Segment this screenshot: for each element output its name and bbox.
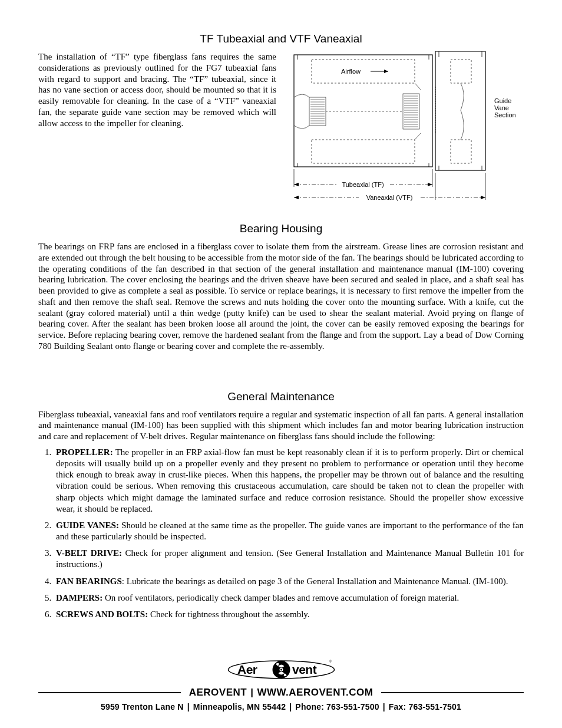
- footer-rule-left: [38, 692, 181, 693]
- tubeaxial-dim-label: Tubeaxial (TF): [342, 181, 384, 188]
- section-title-maintenance: General Maintenance: [38, 390, 524, 403]
- vaneaxial-dim-label: Vaneaxial (VTF): [366, 194, 413, 201]
- svg-rect-15: [403, 94, 419, 129]
- list-item: V-BELT DRIVE: Check for proper alignment…: [54, 548, 524, 570]
- list-item: GUIDE VANES: Should be cleaned at the sa…: [54, 520, 524, 542]
- svg-text:Aer: Aer: [237, 663, 257, 676]
- svg-marker-54: [428, 183, 432, 186]
- svg-marker-46: [384, 70, 388, 73]
- maintenance-list: PROPELLER: The propeller in an FRP axial…: [38, 447, 524, 620]
- svg-text:vent: vent: [292, 663, 317, 676]
- guide-vane-label: Guide Vane Section: [494, 97, 516, 118]
- svg-line-17: [415, 133, 421, 140]
- list-item: SCREWS AND BOLTS: Check for tightness th…: [54, 609, 524, 620]
- svg-rect-12: [451, 60, 471, 83]
- svg-marker-58: [481, 196, 485, 199]
- footer-rule-right: [381, 692, 524, 693]
- svg-line-16: [415, 83, 421, 90]
- svg-rect-13: [451, 140, 471, 163]
- bearing-paragraph: The bearings on FRP fans are enclosed in…: [38, 241, 524, 352]
- list-item: DAMPERS: On roof ventilators, periodical…: [54, 592, 524, 604]
- svg-marker-57: [294, 196, 299, 199]
- svg-point-62: [280, 669, 282, 671]
- svg-text:®: ®: [329, 660, 332, 663]
- footer-address: 5959 Trenton Lane N|Minneapolis, MN 5544…: [38, 702, 524, 711]
- aerovent-logo: Aer vent ®: [227, 657, 336, 682]
- section-title-bearing: Bearing Housing: [38, 222, 524, 235]
- airflow-label: Airflow: [341, 68, 361, 75]
- fan-diagram: Airflow Guide Vane Section: [288, 51, 524, 205]
- list-item: PROPELLER: The propeller in an FRP axial…: [54, 447, 524, 515]
- svg-rect-11: [312, 140, 415, 163]
- section-title-tf-vtf: TF Tubeaxial and VTF Vaneaxial: [38, 32, 524, 45]
- top-paragraph: The installation of “TF” type fiberglass…: [38, 51, 276, 205]
- footer-brand-line: AEROVENT|WWW.AEROVENT.COM: [189, 687, 373, 699]
- document-page: TF Tubeaxial and VTF Vaneaxial The insta…: [0, 0, 562, 728]
- top-block: The installation of “TF” type fiberglass…: [38, 51, 524, 205]
- general-intro: Fiberglass tubeaxial, vaneaxial fans and…: [38, 409, 524, 442]
- list-item: FAN BEARINGS: Lubricate the bearings as …: [54, 576, 524, 587]
- svg-rect-1: [435, 51, 485, 170]
- svg-marker-53: [294, 183, 299, 186]
- page-footer: Aer vent ® AEROVENT|WWW.AEROVENT.COM 595…: [38, 657, 524, 711]
